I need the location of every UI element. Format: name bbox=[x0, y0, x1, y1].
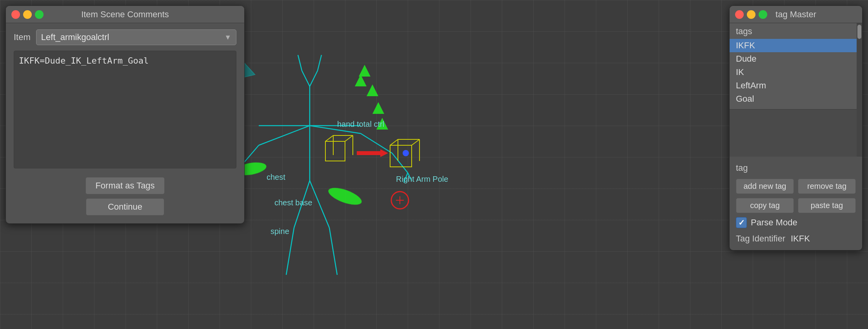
maximize-button[interactable] bbox=[35, 10, 44, 19]
svg-marker-27 bbox=[376, 118, 388, 130]
label-hand-total-ctrl: hand total ctrl bbox=[337, 120, 384, 129]
parse-mode-checkbox[interactable]: ✓ bbox=[736, 217, 747, 228]
svg-line-21 bbox=[404, 173, 408, 183]
scrollbar-track[interactable] bbox=[857, 23, 862, 157]
scene-comments-titlebar: Item Scene Comments bbox=[6, 6, 244, 23]
svg-marker-26 bbox=[372, 102, 384, 114]
add-remove-row: add new tag remove tag bbox=[736, 179, 856, 194]
tags-list-area: tags IKFK Dude IK LeftArm Goal bbox=[730, 23, 862, 110]
svg-rect-29 bbox=[325, 141, 345, 161]
minimize-button[interactable] bbox=[23, 10, 32, 19]
panel-buttons: Format as Tags Continue bbox=[14, 177, 236, 216]
label-chest: chest bbox=[267, 173, 285, 182]
svg-marker-41 bbox=[357, 149, 388, 157]
format-as-tags-button[interactable]: Format as Tags bbox=[85, 177, 164, 194]
tag-master-titlebar: tag Master bbox=[730, 6, 862, 23]
tag-master-maximize-button[interactable] bbox=[759, 10, 767, 19]
svg-marker-24 bbox=[355, 75, 367, 86]
remove-tag-button[interactable]: remove tag bbox=[798, 179, 856, 194]
label-right-arm-pole: Right Arm Pole bbox=[396, 175, 448, 184]
svg-marker-25 bbox=[367, 84, 378, 96]
svg-line-20 bbox=[408, 173, 412, 181]
traffic-lights bbox=[11, 10, 44, 19]
parse-mode-label: Parse Mode bbox=[751, 218, 797, 228]
tag-master-panel: tag Master tags IKFK Dude IK LeftArm Goa… bbox=[729, 5, 863, 250]
svg-line-10 bbox=[329, 228, 337, 275]
svg-point-43 bbox=[391, 192, 409, 209]
svg-line-15 bbox=[298, 55, 302, 71]
svg-line-8 bbox=[286, 228, 294, 275]
chevron-down-icon: ▼ bbox=[224, 33, 231, 42]
label-spine: spine bbox=[271, 227, 289, 236]
scene-comments-panel: Item Scene Comments Item Left_armikgoalc… bbox=[5, 5, 245, 224]
svg-line-1 bbox=[259, 126, 310, 145]
tags-header: tags bbox=[730, 23, 862, 38]
svg-line-13 bbox=[302, 71, 310, 86]
tag-master-title: tag Master bbox=[775, 9, 816, 20]
item-row: Item Left_armikgoalctrl ▼ bbox=[14, 29, 236, 45]
close-button[interactable] bbox=[11, 10, 20, 19]
svg-rect-35 bbox=[390, 145, 412, 167]
checkmark-icon: ✓ bbox=[738, 218, 745, 227]
tag-master-minimize-button[interactable] bbox=[747, 10, 755, 19]
svg-line-2 bbox=[310, 126, 361, 133]
tag-controls: tag add new tag remove tag copy tag past… bbox=[730, 157, 862, 250]
panel-body: Item Left_armikgoalctrl ▼ Format as Tags… bbox=[6, 23, 244, 223]
parse-mode-row: ✓ Parse Mode bbox=[736, 217, 856, 228]
tags-list: IKFK Dude IK LeftArm Goal bbox=[730, 38, 862, 106]
svg-point-42 bbox=[403, 150, 409, 156]
comments-textarea[interactable] bbox=[14, 51, 236, 168]
tag-master-traffic-lights bbox=[735, 10, 767, 19]
svg-line-9 bbox=[310, 181, 329, 228]
tag-item-goal[interactable]: Goal bbox=[730, 92, 862, 106]
svg-line-6 bbox=[392, 153, 408, 173]
copy-tag-button[interactable]: copy tag bbox=[736, 198, 794, 213]
copy-paste-row: copy tag paste tag bbox=[736, 198, 856, 213]
panel-title: Item Scene Comments bbox=[81, 9, 169, 20]
tag-identifier-label: Tag Identifier bbox=[736, 234, 785, 244]
svg-line-36 bbox=[390, 139, 398, 145]
paste-tag-button[interactable]: paste tag bbox=[798, 198, 856, 213]
tag-master-close-button[interactable] bbox=[735, 10, 744, 19]
tag-item-leftarm[interactable]: LeftArm bbox=[730, 79, 862, 92]
svg-line-30 bbox=[325, 135, 333, 141]
label-chest-base: chest base bbox=[274, 198, 312, 207]
svg-line-31 bbox=[345, 135, 353, 141]
svg-line-5 bbox=[361, 133, 392, 153]
svg-point-23 bbox=[326, 185, 364, 208]
svg-marker-28 bbox=[359, 65, 370, 77]
scrollbar-thumb[interactable] bbox=[857, 25, 861, 39]
svg-line-37 bbox=[412, 139, 419, 145]
item-label: Item bbox=[14, 32, 31, 42]
tag-item-ikfk[interactable]: IKFK bbox=[730, 39, 862, 52]
tag-section-label: tag bbox=[736, 163, 856, 175]
continue-button[interactable]: Continue bbox=[86, 198, 164, 216]
svg-line-16 bbox=[318, 55, 321, 71]
dropdown-value: Left_armikgoalctrl bbox=[41, 32, 109, 42]
add-new-tag-button[interactable]: add new tag bbox=[736, 179, 794, 194]
tag-identifier-row: Tag Identifier IKFK bbox=[736, 232, 856, 244]
svg-line-7 bbox=[294, 181, 310, 228]
svg-line-14 bbox=[310, 71, 318, 86]
tags-empty-area bbox=[730, 110, 862, 157]
tag-item-dude[interactable]: Dude bbox=[730, 52, 862, 66]
tag-item-ik[interactable]: IK bbox=[730, 66, 862, 79]
tag-identifier-value: IKFK bbox=[791, 234, 810, 244]
item-dropdown[interactable]: Left_armikgoalctrl ▼ bbox=[36, 29, 236, 45]
